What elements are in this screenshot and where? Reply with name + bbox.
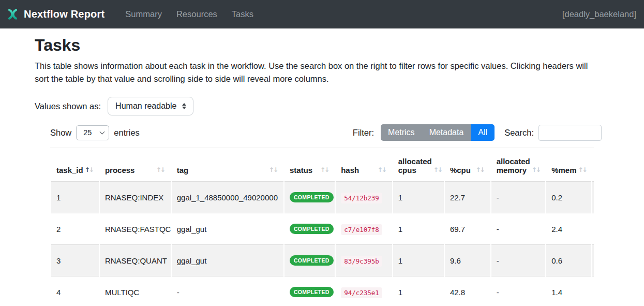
entries-label: entries: [114, 128, 140, 138]
page-length-select[interactable]: 25: [76, 125, 109, 140]
column-label: status: [290, 166, 312, 174]
cell-pmem: 0.6: [546, 244, 591, 276]
cell-vmem: 52.016 MB: [592, 181, 594, 213]
task-hash: 54/12b239: [341, 193, 382, 203]
column-header-tag[interactable]: tag↑↓: [172, 148, 283, 181]
sort-icon: ↑↓: [532, 166, 541, 174]
table-header-row: task_id↑↓process↑↓tag↑↓status↑↓hash↑↓all…: [51, 148, 594, 181]
cell-tag: ggal_1_48850000_49020000: [172, 181, 283, 213]
cell-allocated_cpus: 1: [393, 276, 444, 306]
column-header-pcpu[interactable]: %cpu↑↓: [445, 148, 490, 181]
cell-task_id: 4: [51, 276, 99, 306]
status-badge: COMPLETED: [290, 192, 334, 202]
tasks-table-wrapper[interactable]: task_id↑↓process↑↓tag↑↓status↑↓hash↑↓all…: [50, 148, 594, 306]
cell-task_id: 1: [51, 181, 99, 213]
cell-vmem: 3.002 GB: [592, 213, 594, 244]
cell-status: COMPLETED: [284, 213, 335, 244]
sort-icon: ↑↓: [320, 166, 330, 174]
cell-pcpu: 42.8: [445, 276, 490, 306]
cell-hash: 83/9c395b: [336, 244, 392, 276]
column-label: %mem: [551, 166, 576, 174]
task-hash: 94/c235e1: [341, 287, 382, 298]
table-controls-row: Show 25 entries Filter: MetricsMetadataA…: [50, 124, 602, 141]
table-row: 1RNASEQ:INDEXggal_1_48850000_49020000COM…: [51, 181, 594, 213]
nav-link-resources[interactable]: Resources: [169, 9, 224, 19]
cell-pmem: 2.4: [546, 213, 591, 244]
column-header-pmem[interactable]: %mem↑↓: [546, 148, 591, 181]
cell-tag: -: [172, 276, 283, 306]
table-row: 2RNASEQ:FASTQCggal_gutCOMPLETEDc7/e107f8…: [51, 213, 594, 244]
nav-link-tasks[interactable]: Tasks: [224, 9, 261, 19]
column-header-allocated_cpus[interactable]: allocated cpus↑↓: [393, 148, 444, 181]
cell-allocated_cpus: 1: [393, 181, 444, 213]
filter-button-metadata[interactable]: Metadata: [422, 124, 471, 141]
filter-label: Filter:: [353, 128, 374, 138]
cell-tag: ggal_gut: [172, 244, 283, 276]
sort-icon: ↑↓: [378, 166, 387, 174]
column-header-vmem[interactable]: vmem↑↓: [592, 148, 594, 181]
column-label: task_id: [56, 166, 83, 174]
task-hash: 83/9c395b: [341, 256, 382, 267]
cell-status: COMPLETED: [284, 181, 335, 213]
main-content: Tasks This table shows information about…: [0, 28, 644, 306]
cell-task_id: 3: [51, 244, 99, 276]
column-label: %cpu: [450, 166, 471, 174]
cell-pcpu: 22.7: [445, 181, 490, 213]
column-label: process: [105, 166, 135, 174]
values-format-select[interactable]: Human readable: [108, 97, 193, 115]
filter-button-all[interactable]: All: [471, 124, 495, 141]
sort-icon: ↑↓: [156, 166, 166, 174]
filter-search-cluster: Filter: MetricsMetadataAll Search:: [353, 124, 602, 141]
column-header-status[interactable]: status↑↓: [284, 148, 335, 181]
cell-allocated_memory: -: [491, 181, 545, 213]
cell-pcpu: 9.6: [445, 244, 490, 276]
status-badge: COMPLETED: [290, 287, 334, 297]
search-input[interactable]: [538, 125, 602, 141]
column-label: allocated cpus: [398, 157, 432, 174]
column-header-hash[interactable]: hash↑↓: [336, 148, 392, 181]
cell-vmem: 571.58 MB: [592, 276, 594, 306]
column-header-task_id[interactable]: task_id↑↓: [51, 148, 99, 181]
column-header-process[interactable]: process↑↓: [100, 148, 171, 181]
cell-hash: 54/12b239: [336, 181, 392, 213]
chevron-down-icon: [100, 129, 105, 135]
brand-title: Nextflow Report: [24, 8, 104, 20]
filter-button-group: MetricsMetadataAll: [381, 124, 495, 141]
cell-pcpu: 69.7: [445, 213, 490, 244]
cell-pmem: 0.2: [546, 181, 591, 213]
column-label: allocated memory: [497, 157, 530, 174]
cell-process: RNASEQ:INDEX: [100, 181, 171, 213]
filter-button-metrics[interactable]: Metrics: [381, 124, 422, 141]
cell-hash: 94/c235e1: [336, 276, 392, 306]
cell-pmem: 1.4: [546, 276, 591, 306]
table-row: 4MULTIQC-COMPLETED94/c235e1142.8-1.4571.…: [51, 276, 594, 306]
top-navbar: Nextflow Report Summary Resources Tasks …: [0, 0, 644, 28]
column-label: tag: [177, 166, 189, 174]
page-length-value: 25: [83, 128, 92, 137]
show-label: Show: [50, 128, 71, 138]
cell-allocated_memory: -: [491, 276, 545, 306]
cell-process: MULTIQC: [100, 276, 171, 306]
nav-link-summary[interactable]: Summary: [118, 9, 169, 19]
sort-icon: ↑↓: [85, 166, 94, 174]
sort-icon: ↑↓: [476, 166, 485, 174]
cell-allocated_cpus: 1: [393, 213, 444, 244]
cell-allocated_cpus: 1: [393, 244, 444, 276]
cell-status: COMPLETED: [284, 244, 335, 276]
cell-tag: ggal_gut: [172, 213, 283, 244]
values-shown-label: Values shown as:: [35, 101, 101, 111]
sort-icon: ↑↓: [269, 166, 278, 174]
cell-process: RNASEQ:FASTQC: [100, 213, 171, 244]
select-updown-icon: [182, 103, 186, 109]
run-name: [deadly_baekeland]: [562, 9, 636, 19]
page-title: Tasks: [35, 36, 644, 55]
cell-allocated_memory: -: [491, 244, 545, 276]
tasks-table: task_id↑↓process↑↓tag↑↓status↑↓hash↑↓all…: [50, 148, 594, 306]
sort-icon: ↑↓: [433, 166, 443, 174]
status-badge: COMPLETED: [290, 255, 334, 266]
column-header-allocated_memory[interactable]: allocated memory↑↓: [491, 148, 545, 181]
nextflow-logo-icon: [7, 8, 19, 20]
page-description: This table shows information about each …: [35, 60, 604, 85]
cell-hash: c7/e107f8: [336, 213, 392, 244]
status-badge: COMPLETED: [290, 224, 334, 234]
